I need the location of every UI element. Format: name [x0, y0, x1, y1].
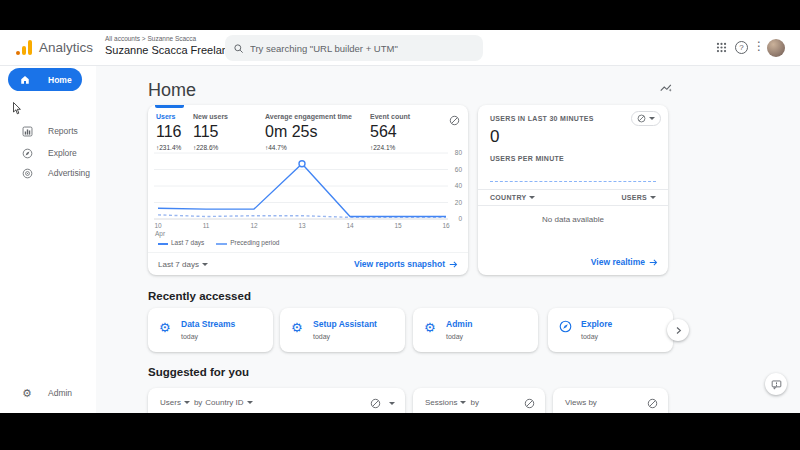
- gear-icon: ⚙: [424, 320, 436, 335]
- chevron-down-icon: [184, 401, 190, 404]
- search-icon: [233, 43, 244, 54]
- top-app-bar: Analytics All accounts > Suzanne Scacca …: [0, 30, 800, 66]
- no-data-message: No data available: [478, 215, 668, 224]
- gear-icon: ⚙: [20, 387, 34, 400]
- metric-label: Average engagement time: [265, 113, 352, 120]
- metric-dropdown[interactable]: Views by: [565, 398, 597, 407]
- insights-button[interactable]: [659, 81, 673, 95]
- metric-dropdown[interactable]: Sessions: [425, 398, 457, 407]
- no-data-icon: [647, 398, 658, 409]
- no-data-icon: [524, 398, 535, 409]
- recent-card-sub: today: [581, 333, 598, 340]
- metric-value: 564: [370, 123, 410, 141]
- help-icon: ?: [735, 41, 748, 54]
- explore-compass-icon: [559, 320, 572, 333]
- sidebar-item-label: Home: [48, 75, 72, 85]
- per-minute-sparkline: [490, 181, 656, 182]
- advertising-icon: [20, 168, 34, 179]
- metric-label: Event count: [370, 113, 410, 120]
- metric-dropdown[interactable]: Users: [160, 398, 181, 407]
- svg-text:11: 11: [203, 222, 210, 229]
- overview-card: Users 116 ↑231.4% New users 115 ↑228.6% …: [148, 105, 468, 275]
- metric-tab-avg-engagement[interactable]: Average engagement time 0m 25s ↑44.7%: [265, 113, 352, 151]
- data-quality-button[interactable]: [524, 398, 535, 409]
- chevron-down-icon: [529, 196, 535, 199]
- suggested-card-users-by-country: Users by Country ID: [148, 388, 405, 413]
- feedback-bubble-icon: [771, 379, 782, 390]
- data-quality-button[interactable]: [370, 398, 381, 409]
- users-column-header[interactable]: USERS: [621, 194, 656, 201]
- recent-card-label: Setup Assistant: [313, 319, 377, 329]
- view-realtime-link[interactable]: View realtime: [591, 257, 658, 267]
- country-column-header[interactable]: COUNTRY: [490, 194, 535, 201]
- avatar[interactable]: [767, 39, 785, 57]
- sidebar-item-admin[interactable]: ⚙ Admin: [0, 382, 96, 404]
- sidebar-item-explore[interactable]: Explore: [0, 142, 96, 164]
- sidebar-item-label: Admin: [48, 388, 72, 398]
- sidebar-item-reports[interactable]: Reports: [0, 120, 96, 142]
- recent-card-sub: today: [313, 333, 330, 340]
- page-title: Home: [148, 80, 196, 101]
- chevron-down-icon[interactable]: [389, 402, 395, 405]
- metric-tab-users[interactable]: Users 116 ↑231.4%: [156, 113, 182, 151]
- sidebar-item-label: Advertising: [48, 168, 90, 178]
- view-reports-snapshot-link[interactable]: View reports snapshot: [354, 259, 458, 269]
- dimension-dropdown[interactable]: Country ID: [205, 398, 243, 407]
- overview-card-footer: Last 7 days View reports snapshot: [148, 252, 468, 275]
- metric-label: New users: [193, 113, 228, 120]
- google-apps-grid-button[interactable]: [716, 42, 727, 53]
- date-range-selector[interactable]: Last 7 days: [158, 260, 208, 269]
- svg-text:12: 12: [250, 222, 258, 229]
- explore-compass-icon: [20, 148, 34, 159]
- connector-text: by: [194, 398, 202, 407]
- sidebar-item-home[interactable]: Home: [8, 68, 82, 91]
- recent-card-sub: today: [446, 333, 463, 340]
- realtime-users-value: 0: [490, 127, 499, 147]
- chevron-down-icon: [650, 196, 656, 199]
- metric-value: 0m 25s: [265, 123, 352, 141]
- data-quality-button[interactable]: [647, 398, 658, 409]
- analytics-app-window: Analytics All accounts > Suzanne Scacca …: [0, 30, 800, 413]
- realtime-compare-button[interactable]: [631, 111, 661, 126]
- users-per-minute-label: USERS PER MINUTE: [490, 155, 564, 162]
- chevron-down-icon: [202, 263, 208, 266]
- search-bar[interactable]: [225, 35, 483, 61]
- data-quality-button[interactable]: [449, 115, 460, 126]
- sidebar-item-advertising[interactable]: Advertising: [0, 162, 96, 184]
- realtime-card: USERS IN LAST 30 MINUTES 0 USERS PER MIN…: [478, 105, 668, 275]
- recent-card-admin[interactable]: ⚙ Admin today: [413, 308, 538, 352]
- recent-card-setup-assistant[interactable]: ⚙ Setup Assistant today: [280, 308, 405, 352]
- no-data-icon: [637, 114, 646, 123]
- gear-icon: ⚙: [291, 320, 303, 335]
- arrow-right-icon: [649, 258, 658, 267]
- sidebar-item-label: Reports: [48, 126, 78, 136]
- home-icon: [20, 75, 30, 85]
- svg-text:20: 20: [455, 199, 463, 206]
- connector-text: by: [470, 398, 478, 407]
- recent-card-explore[interactable]: Explore today: [548, 308, 673, 352]
- sidebar-item-label: Explore: [48, 148, 77, 158]
- realtime-title: USERS IN LAST 30 MINUTES: [490, 115, 594, 122]
- analytics-logo[interactable]: Analytics: [16, 40, 93, 55]
- suggested-card-views: Views by: [553, 388, 668, 413]
- more-options-button[interactable]: ⋮: [753, 39, 765, 53]
- insights-sparkline-icon: [659, 81, 673, 95]
- svg-text:40: 40: [455, 182, 463, 189]
- users-trend-line-chart: 02040608010111213141516Apr: [150, 149, 466, 239]
- dashed-line-swatch: [216, 243, 227, 245]
- carousel-next-button[interactable]: [667, 319, 689, 341]
- metric-tab-event-count[interactable]: Event count 564 ↑224.1%: [370, 113, 410, 151]
- metric-value: 116: [156, 123, 182, 141]
- chevron-down-icon: [247, 401, 253, 404]
- feedback-button[interactable]: [765, 373, 787, 395]
- no-data-icon: [370, 398, 381, 409]
- recent-card-data-streams[interactable]: ⚙ Data Streams today: [148, 308, 273, 352]
- analytics-logo-text: Analytics: [39, 40, 93, 55]
- no-data-icon: [449, 115, 460, 126]
- help-button[interactable]: ?: [735, 41, 748, 54]
- svg-text:0: 0: [458, 215, 462, 222]
- metric-tab-new-users[interactable]: New users 115 ↑228.6%: [193, 113, 228, 151]
- apps-grid-icon: [716, 42, 727, 53]
- search-input[interactable]: [250, 43, 475, 54]
- main-content: Home Users 116 ↑231.4% New users 115 ↑22…: [96, 66, 800, 413]
